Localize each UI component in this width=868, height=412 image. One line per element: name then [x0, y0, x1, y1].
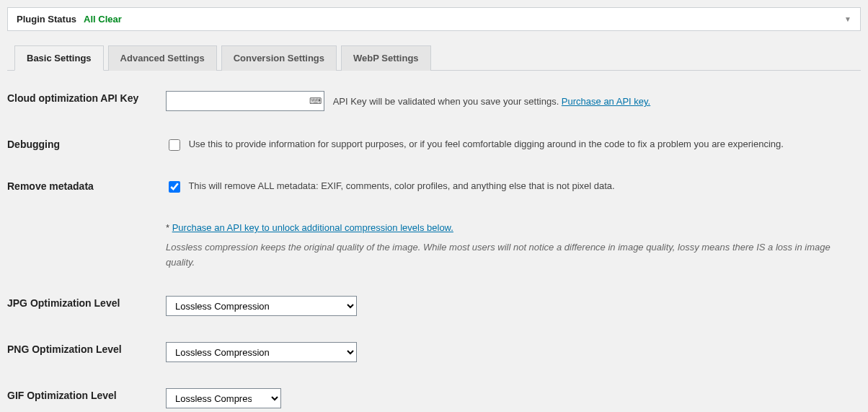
- plugin-status-bar[interactable]: Plugin Status All Clear ▼: [7, 7, 861, 31]
- tab-advanced-settings[interactable]: Advanced Settings: [108, 45, 217, 71]
- api-key-input[interactable]: [166, 91, 324, 111]
- debugging-label: Debugging: [7, 124, 166, 166]
- settings-form: Cloud optimization API Key ⌨ API Key wil…: [7, 78, 861, 412]
- purchase-api-key-link[interactable]: Purchase an API key.: [562, 96, 650, 107]
- remove-metadata-label: Remove metadata: [7, 166, 166, 208]
- debugging-checkbox[interactable]: [169, 139, 180, 151]
- remove-metadata-desc: This will remove ALL metadata: EXIF, com…: [188, 180, 614, 191]
- unlock-link[interactable]: Purchase an API key to unlock additional…: [172, 222, 453, 233]
- tab-webp-settings[interactable]: WebP Settings: [341, 45, 431, 71]
- settings-tabs: Basic Settings Advanced Settings Convers…: [7, 45, 861, 71]
- gif-level-select[interactable]: Lossless Compression: [166, 388, 281, 408]
- status-label: Plugin Status: [17, 14, 76, 25]
- debugging-row: Use this to provide information for supp…: [166, 139, 784, 149]
- jpg-level-label: JPG Optimization Level: [7, 283, 166, 329]
- api-key-label: Cloud optimization API Key: [7, 78, 166, 124]
- compression-note: * Purchase an API key to unlock addition…: [166, 208, 861, 283]
- remove-metadata-row: This will remove ALL metadata: EXIF, com…: [166, 180, 615, 191]
- lossless-explainer: Lossless compression keeps the original …: [166, 240, 854, 271]
- chevron-down-icon: ▼: [844, 15, 851, 23]
- png-level-label: PNG Optimization Level: [7, 329, 166, 375]
- status-value: All Clear: [84, 14, 122, 25]
- api-key-help: API Key will be validated when you save …: [333, 96, 562, 107]
- tab-conversion-settings[interactable]: Conversion Settings: [221, 45, 337, 71]
- png-level-select[interactable]: Lossless Compression: [166, 342, 357, 362]
- gif-level-label: GIF Optimization Level: [7, 375, 166, 412]
- tab-basic-settings[interactable]: Basic Settings: [14, 45, 104, 71]
- jpg-level-select[interactable]: Lossless Compression: [166, 296, 357, 316]
- note-star: *: [166, 222, 172, 233]
- debugging-desc: Use this to provide information for supp…: [189, 139, 784, 149]
- remove-metadata-checkbox[interactable]: [169, 181, 180, 193]
